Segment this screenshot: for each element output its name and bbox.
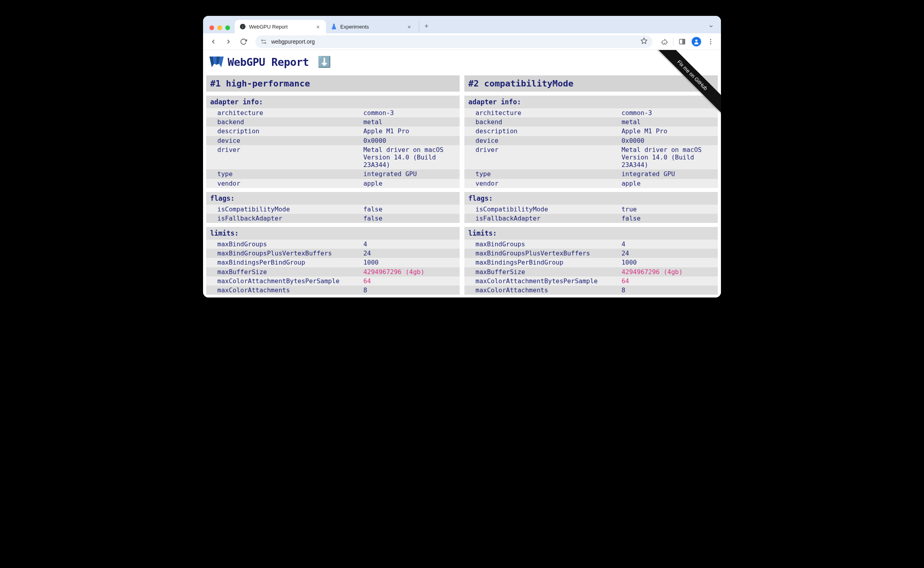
row-key: maxBindingsPerBindGroup	[464, 258, 621, 267]
row-key: description	[206, 127, 363, 135]
bookmark-icon[interactable]	[640, 37, 648, 46]
svg-point-12	[710, 41, 711, 42]
data-row: maxColorAttachments8	[206, 286, 460, 295]
row-key: maxColorAttachmentBytesPerSample	[464, 277, 621, 285]
data-row: typeintegrated GPU	[206, 169, 460, 178]
rows: isCompatibilityModefalseisFallbackAdapte…	[206, 205, 460, 223]
row-value: 4	[621, 240, 718, 248]
close-window-button[interactable]	[209, 25, 214, 30]
menu-icon[interactable]	[704, 35, 717, 48]
browser-window: i WebGPU Report × Experiments × +	[203, 16, 721, 297]
row-key: backend	[464, 118, 621, 126]
row-value: 24	[363, 249, 460, 257]
row-value: 8	[621, 286, 718, 294]
row-key: maxBindGroups	[206, 240, 363, 248]
download-icon[interactable]: ⬇️	[318, 56, 331, 68]
toolbar-right	[658, 35, 717, 48]
close-tab-button[interactable]: ×	[406, 23, 412, 30]
svg-rect-9	[683, 39, 685, 44]
row-value: metal	[363, 118, 460, 126]
logo-icon	[209, 56, 224, 67]
row-key: isFallbackAdapter	[206, 214, 363, 223]
data-row: isCompatibilityModetrue	[464, 205, 718, 214]
window-controls	[207, 25, 235, 33]
data-row: backendmetal	[206, 117, 460, 127]
reload-button[interactable]	[237, 35, 250, 48]
section-heading: limits:	[206, 227, 460, 240]
page-title: WebGPU Report	[228, 56, 309, 68]
row-key: maxBufferSize	[464, 268, 621, 276]
svg-point-2	[262, 40, 263, 41]
row-value: 64	[621, 277, 718, 285]
back-button[interactable]	[207, 35, 220, 48]
row-key: driver	[464, 146, 621, 169]
minimize-window-button[interactable]	[217, 25, 222, 30]
data-row: maxBufferSize4294967296 (4gb)	[464, 267, 718, 276]
row-key: device	[206, 136, 363, 145]
row-key: type	[206, 170, 363, 178]
data-row: maxBindingsPerBindGroup1000	[206, 258, 460, 267]
data-row: maxColorAttachmentBytesPerSample64	[206, 276, 460, 286]
svg-point-11	[710, 39, 711, 40]
row-key: backend	[206, 118, 363, 126]
favicon-icon	[331, 23, 337, 30]
row-value: Metal driver on macOS Version 14.0 (Buil…	[621, 146, 718, 169]
row-value: 0x0000	[621, 136, 718, 145]
section-heading: adapter info:	[206, 96, 460, 108]
site-info-icon[interactable]	[260, 38, 267, 45]
data-row: device0x0000	[206, 136, 460, 145]
github-ribbon[interactable]: Fix me on GitHub	[642, 50, 721, 129]
row-key: maxBufferSize	[206, 268, 363, 276]
row-key: isCompatibilityMode	[464, 205, 621, 213]
row-value: 24	[621, 249, 718, 257]
sidepanel-icon[interactable]	[676, 35, 688, 48]
tab-search-button[interactable]	[705, 21, 717, 32]
data-row: driverMetal driver on macOS Version 14.0…	[206, 145, 460, 170]
data-row: device0x0000	[464, 136, 718, 145]
row-value: integrated GPU	[363, 170, 460, 178]
data-row: driverMetal driver on macOS Version 14.0…	[464, 145, 718, 170]
close-tab-button[interactable]: ×	[315, 23, 321, 30]
forward-button[interactable]	[222, 35, 235, 48]
url-text: webgpureport.org	[271, 38, 636, 45]
data-row: maxBindGroups4	[464, 240, 718, 249]
row-key: maxBindGroups	[464, 240, 621, 248]
row-key: maxBindGroupsPlusVertexBuffers	[206, 249, 363, 257]
new-tab-button[interactable]: +	[419, 21, 430, 32]
maximize-window-button[interactable]	[225, 25, 230, 30]
rows: maxBindGroups4maxBindGroupsPlusVertexBuf…	[464, 240, 718, 295]
section-heading: limits:	[464, 227, 718, 240]
row-key: maxColorAttachments	[464, 286, 621, 294]
extensions-icon[interactable]	[658, 35, 671, 48]
row-value: 64	[363, 277, 460, 285]
tab-title: WebGPU Report	[249, 24, 312, 30]
rows: maxBindGroups4maxBindGroupsPlusVertexBuf…	[206, 240, 460, 295]
profile-icon[interactable]	[690, 35, 703, 48]
row-value: apple	[621, 179, 718, 188]
github-ribbon-text: Fix me on GitHub	[649, 50, 721, 119]
row-value: false	[363, 214, 460, 223]
data-row: descriptionApple M1 Pro	[206, 127, 460, 136]
svg-marker-6	[641, 38, 647, 43]
row-value: false	[363, 205, 460, 213]
rows: isCompatibilityModetrueisFallbackAdapter…	[464, 205, 718, 223]
page-content: Fix me on GitHub WebGPU Report ⬇️ #1 hig…	[203, 50, 721, 297]
data-row: architecturecommon-3	[206, 108, 460, 117]
address-bar[interactable]: webgpureport.org	[255, 35, 652, 48]
row-key: architecture	[464, 109, 621, 117]
row-value: apple	[363, 179, 460, 188]
row-value: true	[621, 205, 718, 213]
data-row: maxColorAttachmentBytesPerSample64	[464, 276, 718, 286]
row-value: integrated GPU	[621, 170, 718, 178]
row-key: driver	[206, 146, 363, 169]
panel: #1 high-performanceadapter info:architec…	[206, 75, 460, 295]
tab-experiments[interactable]: Experiments ×	[326, 20, 417, 33]
data-row: isCompatibilityModefalse	[206, 205, 460, 214]
row-key: type	[464, 170, 621, 178]
data-row: maxColorAttachments8	[464, 286, 718, 295]
tab-webgpu-report[interactable]: i WebGPU Report ×	[235, 20, 326, 33]
row-value: 4	[363, 240, 460, 248]
row-key: vendor	[464, 179, 621, 188]
tab-strip: i WebGPU Report × Experiments × +	[203, 16, 721, 33]
data-row: typeintegrated GPU	[464, 169, 718, 178]
